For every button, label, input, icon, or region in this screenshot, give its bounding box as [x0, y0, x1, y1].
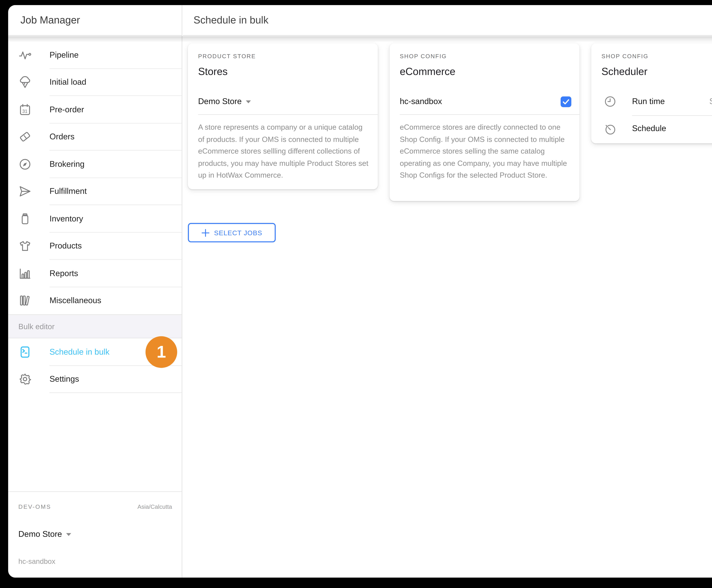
sidebar-item-orders[interactable]: Orders	[8, 123, 182, 151]
shop-config-checkbox[interactable]	[561, 97, 571, 107]
card-title: Scheduler	[602, 66, 648, 78]
run-time-select[interactable]: Select run time	[709, 97, 712, 106]
timer-icon	[604, 123, 617, 136]
chevron-down-icon	[66, 532, 72, 536]
sidebar-item-reports[interactable]: Reports	[8, 260, 182, 287]
card-description: A store represents a company or a unique…	[198, 121, 369, 181]
chevron-down-icon	[246, 100, 251, 103]
terminal-icon	[18, 345, 32, 358]
shirt-icon	[18, 239, 32, 253]
app-title: Job Manager	[20, 14, 80, 26]
shop-config-name: hc-sandbox	[400, 97, 442, 106]
sidebar-item-pre-order[interactable]: 31 Pre-order	[8, 96, 182, 123]
footer-shop-name: hc-sandbox	[18, 557, 55, 565]
sidebar-item-pipeline[interactable]: Pipeline	[8, 41, 182, 69]
calendar-31-icon: 31	[18, 103, 32, 116]
scheduler-card: SHOP CONFIG Scheduler Run time Select ru…	[591, 43, 712, 143]
divider	[632, 115, 712, 116]
card-eyebrow: SHOP CONFIG	[602, 53, 649, 59]
store-select-value: Demo Store	[198, 97, 242, 106]
card-title: eCommerce	[400, 66, 455, 78]
stage: Job Manager Pipeline	[0, 0, 712, 588]
plus-icon	[201, 228, 210, 237]
run-time-value: Select run time	[709, 97, 712, 106]
footer-store-select[interactable]: Demo Store	[18, 529, 72, 539]
clock-icon	[604, 95, 617, 108]
timezone-label: Asia/Calcutta	[137, 504, 172, 510]
sidebar-section-bulk-editor: Bulk editor	[8, 314, 182, 338]
sidebar-menu: Pipeline Initial load	[8, 41, 182, 314]
select-jobs-button[interactable]: SELECT JOBS	[188, 223, 276, 242]
shop-config-card: SHOP CONFIG eCommerce hc-sandbox eCommer…	[390, 43, 579, 201]
instance-name: DEV-OMS	[18, 504, 51, 510]
main-area: Schedule in bulk PRODUCT STORE Stores De…	[183, 5, 712, 578]
gear-icon	[18, 373, 32, 386]
app-window: Job Manager Pipeline	[8, 5, 712, 578]
sidebar-footer: DEV-OMS Asia/Calcutta Demo Store hc-sand…	[8, 491, 182, 578]
sidebar-item-miscellaneous[interactable]: Miscellaneous	[8, 287, 182, 314]
ice-cream-icon	[18, 76, 32, 89]
main-content: PRODUCT STORE Stores Demo Store A store …	[183, 36, 712, 578]
run-time-label: Run time	[632, 97, 665, 106]
divider	[198, 114, 378, 115]
annotation-badge-1: 1	[145, 336, 177, 368]
card-eyebrow: PRODUCT STORE	[198, 53, 256, 59]
sidebar-item-initial-load[interactable]: Initial load	[8, 69, 182, 96]
bar-chart-icon	[18, 267, 32, 280]
card-eyebrow: SHOP CONFIG	[400, 53, 447, 59]
page-title: Schedule in bulk	[194, 14, 268, 26]
instance-row: DEV-OMS Asia/Calcutta	[18, 504, 172, 510]
sidebar-item-fulfillment[interactable]: Fulfillment	[8, 178, 182, 205]
product-store-card: PRODUCT STORE Stores Demo Store A store …	[188, 43, 378, 189]
select-jobs-label: SELECT JOBS	[214, 229, 262, 236]
library-icon	[18, 294, 32, 307]
pulse-icon	[18, 48, 32, 62]
ticket-icon	[18, 130, 32, 143]
store-select[interactable]: Demo Store	[198, 97, 251, 106]
schedule-label: Schedule	[632, 124, 666, 133]
sidebar-item-brokering[interactable]: Brokering	[8, 151, 182, 178]
jar-icon	[18, 212, 32, 225]
svg-text:31: 31	[22, 108, 27, 114]
compass-icon	[18, 158, 32, 171]
send-icon	[18, 185, 32, 198]
card-description: eCommerce stores are directly connected …	[400, 121, 570, 181]
sidebar-item-settings[interactable]: Settings	[8, 365, 182, 393]
sidebar-item-inventory[interactable]: Inventory	[8, 205, 182, 232]
card-title: Stores	[198, 66, 227, 78]
sidebar: Job Manager Pipeline	[8, 5, 182, 578]
sidebar-toolbar: Job Manager	[8, 5, 182, 36]
sidebar-item-products[interactable]: Products	[8, 232, 182, 260]
main-toolbar: Schedule in bulk	[183, 5, 712, 36]
footer-store-value: Demo Store	[18, 530, 62, 539]
divider	[400, 114, 579, 115]
